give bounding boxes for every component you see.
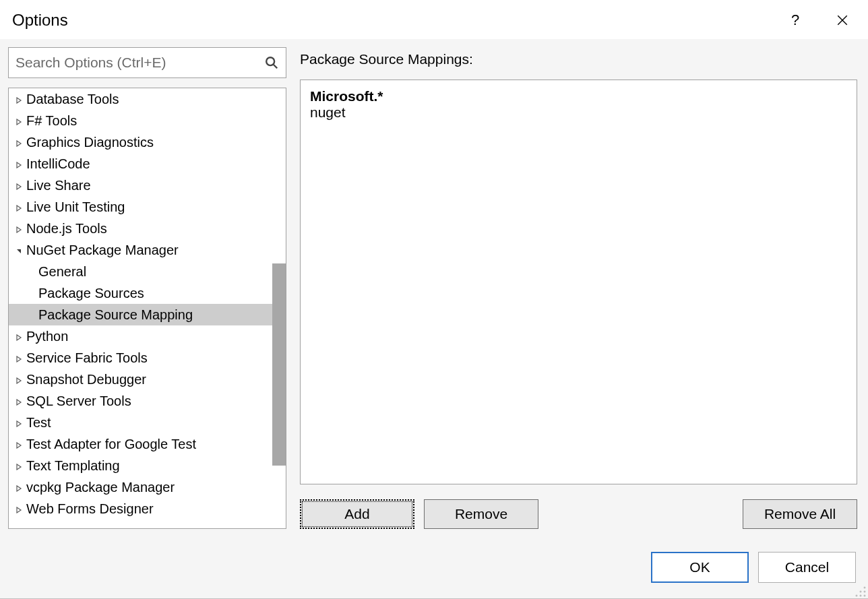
tree-item-label: Live Unit Testing	[26, 199, 125, 215]
resize-grip-icon[interactable]	[855, 586, 867, 598]
tree-item-label: vcpkg Package Manager	[26, 480, 175, 495]
right-panel: Package Source Mappings: Microsoft.*nuge…	[300, 47, 861, 529]
tree-item[interactable]: Package Sources	[9, 282, 286, 304]
mapping-pattern[interactable]: Microsoft.*	[310, 88, 847, 104]
svg-point-7	[856, 595, 858, 597]
chevron-right-icon[interactable]	[14, 92, 24, 107]
search-box[interactable]	[8, 47, 286, 78]
tree-item-label: Package Sources	[38, 286, 144, 301]
chevron-right-icon[interactable]	[14, 501, 24, 517]
tree-item[interactable]: Python	[9, 325, 286, 347]
tree-item[interactable]: Web Forms Designer	[9, 498, 286, 519]
chevron-right-icon[interactable]	[14, 437, 24, 452]
chevron-right-icon[interactable]	[14, 372, 24, 387]
tree-item[interactable]: General	[9, 261, 286, 282]
options-tree: Database ToolsF# ToolsGraphics Diagnosti…	[8, 88, 286, 529]
chevron-right-icon[interactable]	[14, 329, 24, 344]
tree-item[interactable]: SQL Server Tools	[9, 390, 286, 412]
titlebar: Options ?	[0, 0, 868, 39]
dialog-title: Options	[12, 11, 762, 30]
cancel-button[interactable]: Cancel	[758, 552, 856, 583]
ok-button-label: OK	[689, 559, 710, 575]
tree-item-label: NuGet Package Manager	[26, 243, 179, 258]
remove-all-button[interactable]: Remove All	[743, 499, 857, 529]
chevron-down-icon[interactable]	[14, 243, 24, 258]
remove-all-button-label: Remove All	[764, 506, 836, 522]
help-button[interactable]: ?	[782, 7, 809, 34]
close-button[interactable]	[829, 7, 856, 34]
chevron-right-icon[interactable]	[14, 113, 24, 129]
tree-item[interactable]: Package Source Mapping	[9, 304, 286, 325]
mapping-source[interactable]: nuget	[310, 104, 847, 121]
tree-item[interactable]: Test	[9, 412, 286, 433]
search-icon	[264, 55, 279, 70]
chevron-right-icon[interactable]	[14, 350, 24, 366]
scrollbar-thumb[interactable]	[272, 263, 286, 466]
mapping-list[interactable]: Microsoft.*nuget	[300, 80, 857, 484]
tree-item-label: Snapshot Debugger	[26, 372, 146, 387]
tree-item-label: Service Fabric Tools	[26, 350, 148, 366]
chevron-right-icon[interactable]	[14, 135, 24, 150]
tree-item[interactable]: Graphics Diagnostics	[9, 131, 286, 153]
svg-point-8	[860, 595, 862, 597]
tree-item-label: General	[38, 264, 86, 280]
tree-item-label: Package Source Mapping	[38, 307, 193, 323]
add-button[interactable]: Add	[300, 499, 414, 529]
tree-item-label: F# Tools	[26, 113, 77, 129]
tree-scroll[interactable]: Database ToolsF# ToolsGraphics Diagnosti…	[9, 88, 286, 528]
tree-item[interactable]: Node.js Tools	[9, 218, 286, 239]
tree-item-label: SQL Server Tools	[26, 393, 131, 409]
remove-button[interactable]: Remove	[424, 499, 538, 529]
tree-item[interactable]: Snapshot Debugger	[9, 369, 286, 390]
chevron-right-icon[interactable]	[14, 458, 24, 474]
svg-line-3	[274, 65, 278, 69]
question-icon: ?	[791, 11, 799, 29]
tree-item[interactable]: Text Templating	[9, 455, 286, 476]
tree-item[interactable]: Database Tools	[9, 88, 286, 110]
chevron-right-icon[interactable]	[14, 393, 24, 409]
options-dialog: Options ? Database ToolsF# ToolsGraphics…	[0, 0, 868, 599]
svg-point-6	[864, 591, 866, 593]
svg-point-5	[860, 591, 862, 593]
tree-item[interactable]: Service Fabric Tools	[9, 347, 286, 369]
tree-item[interactable]: Live Share	[9, 175, 286, 196]
svg-point-2	[266, 57, 274, 65]
add-button-label: Add	[344, 506, 369, 522]
tree-item[interactable]: IntelliCode	[9, 153, 286, 175]
search-input[interactable]	[16, 55, 264, 71]
mapping-buttons: Add Remove Remove All	[300, 499, 857, 529]
svg-point-4	[864, 587, 866, 589]
close-icon	[836, 14, 848, 26]
cancel-button-label: Cancel	[785, 559, 829, 575]
tree-item-label: Node.js Tools	[26, 221, 107, 237]
left-panel: Database ToolsF# ToolsGraphics Diagnosti…	[8, 47, 286, 529]
tree-item-label: Test	[26, 415, 51, 431]
dialog-footer: OK Cancel	[0, 536, 868, 599]
tree-item-label: Graphics Diagnostics	[26, 135, 154, 150]
chevron-right-icon[interactable]	[14, 199, 24, 215]
tree-item-label: Live Share	[26, 178, 91, 193]
tree-item-label: Database Tools	[26, 92, 119, 107]
chevron-right-icon[interactable]	[14, 480, 24, 495]
tree-item-label: Text Templating	[26, 458, 120, 474]
tree-item[interactable]: Live Unit Testing	[9, 196, 286, 218]
chevron-right-icon[interactable]	[14, 156, 24, 172]
tree-item-label: Test Adapter for Google Test	[26, 437, 196, 452]
tree-item[interactable]: Test Adapter for Google Test	[9, 433, 286, 455]
tree-item[interactable]: NuGet Package Manager	[9, 239, 286, 261]
tree-item-label: Python	[26, 329, 68, 344]
ok-button[interactable]: OK	[651, 552, 749, 583]
section-label: Package Source Mappings:	[300, 51, 857, 67]
tree-item[interactable]: vcpkg Package Manager	[9, 476, 286, 498]
tree-item-label: IntelliCode	[26, 156, 90, 172]
chevron-right-icon[interactable]	[14, 221, 24, 237]
chevron-right-icon[interactable]	[14, 178, 24, 193]
remove-button-label: Remove	[455, 506, 507, 522]
chevron-right-icon[interactable]	[14, 415, 24, 431]
tree-item-label: Web Forms Designer	[26, 501, 154, 517]
tree-item[interactable]: F# Tools	[9, 110, 286, 131]
svg-point-9	[864, 595, 866, 597]
content-area: Database ToolsF# ToolsGraphics Diagnosti…	[0, 39, 868, 536]
